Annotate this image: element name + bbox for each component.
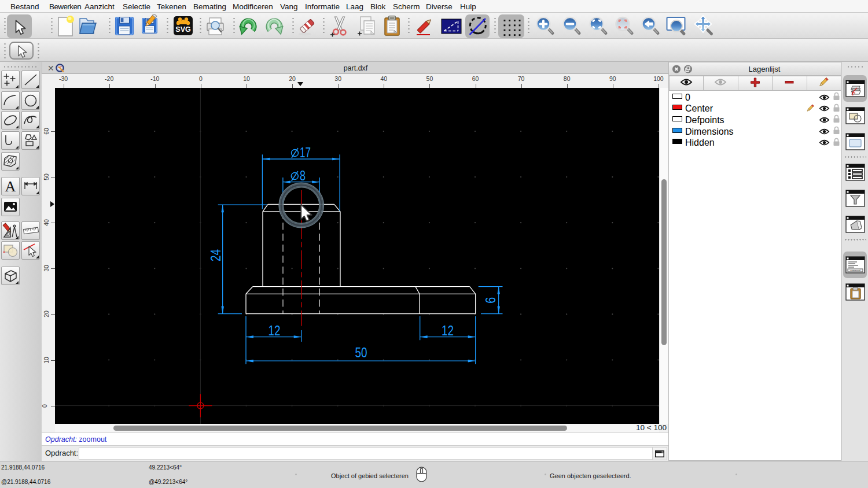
svg-text:12: 12	[442, 323, 454, 338]
svg-text:SVG: SVG	[175, 25, 190, 34]
svg-text:17: 17	[300, 145, 311, 160]
svg-text:Lagenlijst: Lagenlijst	[749, 65, 781, 73]
svg-text:command: command	[850, 269, 860, 272]
svg-text:50: 50	[355, 345, 367, 360]
svg-text:A: A	[5, 178, 16, 195]
svg-text:8: 8	[300, 168, 306, 183]
svg-text:24: 24	[208, 249, 223, 261]
svg-text:12: 12	[268, 323, 280, 338]
svg-text:6: 6	[483, 297, 498, 304]
